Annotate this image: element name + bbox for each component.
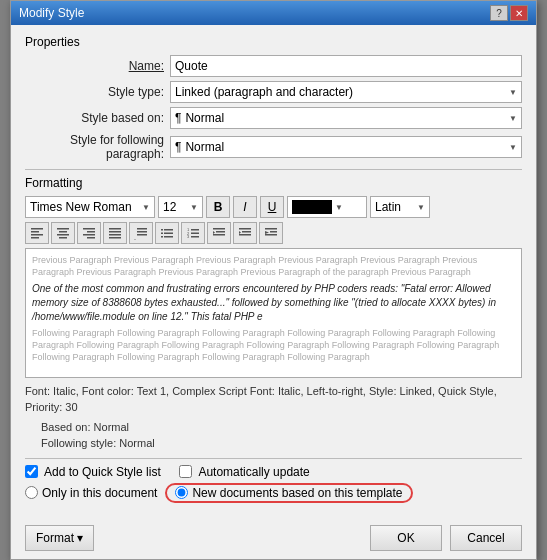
svg-rect-22	[164, 236, 173, 238]
italic-button[interactable]: I	[233, 196, 257, 218]
style-type-container: Linked (paragraph and character) ▼	[170, 81, 522, 103]
format-button[interactable]: Format ▾	[25, 525, 94, 551]
svg-rect-23	[161, 229, 163, 231]
svg-marker-43	[265, 231, 269, 234]
svg-rect-40	[265, 228, 277, 230]
svg-text:3: 3	[187, 234, 190, 239]
font-size: 12	[163, 200, 176, 214]
font-arrow: ▼	[142, 203, 150, 212]
style-following-label: Style for following paragraph:	[25, 133, 170, 161]
divider1	[25, 169, 522, 170]
name-label: Name:	[25, 59, 170, 73]
font-name: Times New Roman	[30, 200, 132, 214]
style-type-value: Linked (paragraph and character)	[175, 85, 353, 99]
preview-previous: Previous Paragraph Previous Paragraph Pr…	[32, 255, 515, 278]
add-to-quick-style-checkbox[interactable]	[25, 465, 38, 478]
style-following-value: Normal	[185, 140, 224, 154]
ok-cancel-buttons: OK Cancel	[370, 525, 522, 551]
style-based-icon-value: ¶ Normal	[175, 111, 224, 125]
preview-main: One of the most common and frustrating e…	[32, 282, 515, 324]
preview-following: Following Paragraph Following Paragraph …	[32, 328, 515, 363]
auto-update-checkbox[interactable]	[179, 465, 192, 478]
style-based-dropdown[interactable]: ¶ Normal ▼	[170, 107, 522, 129]
style-description: Font: Italic, Font color: Text 1, Comple…	[25, 384, 522, 415]
svg-rect-3	[31, 237, 39, 239]
bottom-bar: Format ▾ OK Cancel	[11, 519, 536, 559]
help-button[interactable]: ?	[490, 5, 508, 21]
align-right-btn[interactable]	[77, 222, 101, 244]
ok-button[interactable]: OK	[370, 525, 442, 551]
formatting-section: Formatting Times New Roman ▼ 12 ▼ B I U …	[25, 176, 522, 378]
modify-style-dialog: Modify Style ? ✕ Properties Name: Style …	[10, 0, 537, 560]
svg-rect-41	[270, 231, 277, 233]
style-following-container: ¶ Normal ▼	[170, 136, 522, 158]
language-value: Latin	[375, 200, 401, 214]
style-following-dropdown[interactable]: ¶ Normal ▼	[170, 136, 522, 158]
size-dropdown[interactable]: 12 ▼	[158, 196, 203, 218]
svg-rect-12	[109, 228, 121, 230]
style-type-dropdown[interactable]: Linked (paragraph and character) ▼	[170, 81, 522, 103]
style-type-arrow: ▼	[509, 88, 517, 97]
title-bar: Modify Style ? ✕	[11, 1, 536, 25]
svg-rect-27	[191, 233, 199, 235]
svg-rect-1	[31, 231, 39, 233]
style-type-row: Style type: Linked (paragraph and charac…	[25, 81, 522, 103]
close-button[interactable]: ✕	[510, 5, 528, 21]
checkbox-row: Add to Quick Style list Automatically up…	[25, 465, 522, 479]
style-following-icon-value: ¶ Normal	[175, 140, 224, 154]
options-section: Add to Quick Style list Automatically up…	[25, 465, 522, 503]
svg-marker-39	[239, 231, 241, 234]
font-dropdown[interactable]: Times New Roman ▼	[25, 196, 155, 218]
color-swatch	[292, 200, 332, 214]
only-in-document-label: Only in this document	[42, 486, 157, 500]
font-row: Times New Roman ▼ 12 ▼ B I U ▼ Latin ▼	[25, 196, 522, 218]
style-desc-main: Font: Italic, Font color: Text 1, Comple…	[25, 385, 497, 412]
para-icon: ¶	[175, 111, 181, 125]
radio-row: Only in this document New documents base…	[25, 483, 522, 503]
svg-rect-36	[239, 228, 251, 230]
extra-indent-btn[interactable]	[259, 222, 283, 244]
new-documents-radio[interactable]	[175, 486, 188, 499]
title-bar-controls: ? ✕	[490, 5, 528, 21]
align-row: 123	[25, 222, 522, 244]
cancel-button[interactable]: Cancel	[450, 525, 522, 551]
svg-rect-14	[109, 234, 121, 236]
para-icon2: ¶	[175, 140, 181, 154]
svg-rect-13	[109, 231, 121, 233]
numbered-list-btn[interactable]: 123	[181, 222, 205, 244]
style-based-label: Style based on:	[25, 111, 170, 125]
preview-box: Previous Paragraph Previous Paragraph Pr…	[25, 248, 522, 378]
svg-rect-7	[59, 237, 67, 239]
new-documents-label: New documents based on this template	[192, 486, 402, 500]
svg-rect-15	[109, 237, 121, 239]
style-based-arrow: ▼	[509, 114, 517, 123]
style-based-row: Style based on: ¶ Normal ▼	[25, 107, 522, 129]
align-left-btn[interactable]	[25, 222, 49, 244]
properties-label: Properties	[25, 35, 522, 49]
style-following-arrow: ▼	[509, 143, 517, 152]
align-justify-btn[interactable]	[103, 222, 127, 244]
line-spacing-btn[interactable]	[129, 222, 153, 244]
svg-rect-0	[31, 228, 43, 230]
svg-rect-8	[83, 228, 95, 230]
underline-button[interactable]: U	[260, 196, 284, 218]
align-center-btn[interactable]	[51, 222, 75, 244]
new-documents-option: New documents based on this template	[165, 483, 412, 503]
list-btn[interactable]	[155, 222, 179, 244]
bold-button[interactable]: B	[206, 196, 230, 218]
dialog-body: Properties Name: Style type: Linked (par…	[11, 25, 536, 519]
language-dropdown[interactable]: Latin ▼	[370, 196, 430, 218]
font-color-dropdown[interactable]: ▼	[287, 196, 367, 218]
divider2	[25, 458, 522, 459]
auto-update-label: Automatically update	[198, 465, 309, 479]
svg-rect-20	[164, 229, 173, 231]
svg-rect-17	[137, 231, 147, 233]
name-row: Name:	[25, 55, 522, 77]
increase-indent-btn[interactable]	[233, 222, 257, 244]
formatting-label: Formatting	[25, 176, 522, 190]
name-input[interactable]	[170, 55, 522, 77]
only-in-document-radio[interactable]	[25, 486, 38, 499]
decrease-indent-btn[interactable]	[207, 222, 231, 244]
svg-rect-9	[87, 231, 95, 233]
svg-rect-26	[191, 229, 199, 231]
